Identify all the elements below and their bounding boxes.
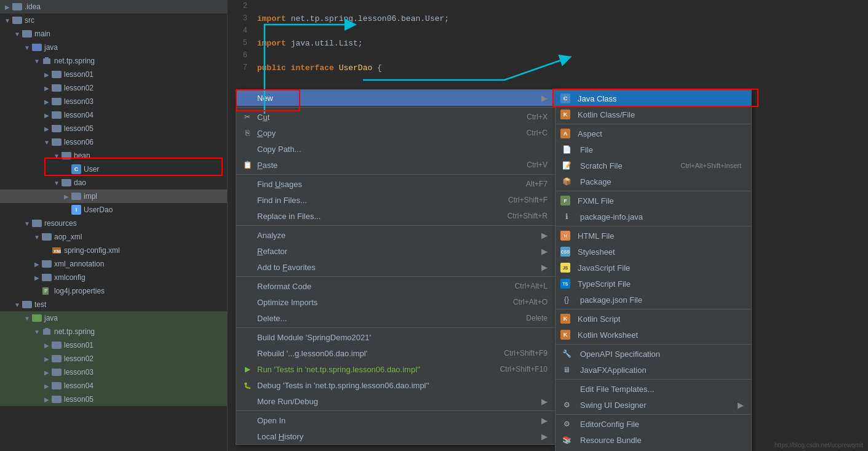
sidebar-item-main[interactable]: ▼ main: [0, 27, 227, 41]
sidebar-item-lesson05[interactable]: ▶ lesson05: [0, 122, 227, 135]
context-menu-new[interactable]: New ▶ C Java Class K Kotlin Class/File A…: [236, 90, 555, 106]
sidebar-item-impl[interactable]: ▶ impl: [0, 190, 227, 203]
shortcut: Delete: [526, 314, 547, 322]
sidebar-item-test[interactable]: ▼ test: [0, 298, 227, 311]
item-label: java: [44, 314, 58, 322]
sidebar-item-dao[interactable]: ▼ dao: [0, 176, 227, 190]
context-menu-analyze[interactable]: Analyze ▶: [236, 227, 555, 243]
context-menu-optimize[interactable]: Optimize Imports Ctrl+Alt+O: [236, 294, 555, 310]
js-icon: JS: [560, 263, 570, 273]
context-menu-more-run[interactable]: More Run/Debug ▶: [236, 393, 555, 409]
sidebar-item-test-lesson04[interactable]: ▶ lesson04: [0, 379, 227, 393]
sidebar-item-java[interactable]: ▼ java: [0, 41, 227, 54]
submenu-sep-7: [555, 414, 751, 415]
sidebar-item-spring-config[interactable]: ▶ XML spring-config.xml: [0, 244, 227, 257]
submenu-scratch[interactable]: 📝 Scratch File Ctrl+Alt+Shift+Insert: [555, 158, 751, 174]
folder-icon: [22, 30, 32, 38]
folder-icon-blue: [32, 44, 42, 51]
sidebar-item-test-lesson01[interactable]: ▶ lesson01: [0, 338, 227, 352]
file-icon: 📄: [560, 145, 573, 154]
submenu-package-json[interactable]: {} package.json File: [555, 292, 751, 308]
line-number: 3: [228, 14, 252, 23]
context-menu-favorites[interactable]: Add to Favorites ▶: [236, 259, 555, 275]
shortcut: Ctrl+V: [527, 161, 547, 169]
sidebar-item-lesson04[interactable]: ▶ lesson04: [0, 108, 227, 122]
code-line-3: 3 import net.tp.spring.lesson06.bean.Use…: [228, 12, 868, 25]
sidebar-item-bean[interactable]: ▼ bean: [0, 149, 227, 162]
line-number: 2: [228, 2, 252, 10]
menu-item-label: Rebuild '...g.lesson06.dao.impl': [257, 349, 492, 358]
sidebar-item-package[interactable]: ▼ net.tp.spring: [0, 54, 227, 68]
context-menu-reformat[interactable]: Reformat Code Ctrl+Alt+L: [236, 278, 555, 294]
submenu-edit-templates[interactable]: Edit File Templates...: [555, 381, 751, 397]
submenu-package[interactable]: 📦 Package: [555, 174, 751, 190]
submenu-file[interactable]: 📄 File: [555, 142, 751, 158]
svg-rect-5: [44, 289, 47, 290]
submenu-kotlin-class[interactable]: K Kotlin Class/File: [555, 106, 751, 122]
sidebar-item-test-package[interactable]: ▼ net.tp.spring: [0, 325, 227, 338]
collapse-arrow: ▼: [22, 315, 32, 322]
submenu-item-label: Java Class: [578, 94, 617, 103]
submenu-arrow: ▶: [738, 401, 744, 410]
sidebar-item-user[interactable]: ▶ C User: [0, 162, 227, 176]
package-icon: [42, 56, 52, 66]
sidebar-item-log4j[interactable]: ▶ log4j.properties: [0, 284, 227, 298]
submenu-javafx[interactable]: 🖥 JavaFXApplication: [555, 362, 751, 378]
sidebar-item-lesson01[interactable]: ▶ lesson01: [0, 68, 227, 81]
menu-item-label: More Run/Debug: [257, 397, 536, 406]
submenu-stylesheet[interactable]: CSS Stylesheet: [555, 244, 751, 260]
sidebar-item-lesson06[interactable]: ▼ lesson06: [0, 135, 227, 149]
submenu-aspect[interactable]: A Aspect: [555, 126, 751, 142]
context-menu-local-history[interactable]: Local History ▶: [236, 428, 555, 444]
context-menu-copy-path[interactable]: Copy Path...: [236, 141, 555, 157]
submenu-kotlin-worksheet[interactable]: K Kotlin Worksheet: [555, 327, 751, 343]
submenu-swing[interactable]: ⚙ Swing UI Designer ▶: [555, 397, 751, 413]
context-menu-cut[interactable]: ✂ Cut Ctrl+X: [236, 109, 555, 125]
context-menu-delete[interactable]: Delete... Delete: [236, 310, 555, 326]
context-menu-find-files[interactable]: Find in Files... Ctrl+Shift+F: [236, 192, 555, 208]
context-menu-rebuild[interactable]: Rebuild '...g.lesson06.dao.impl' Ctrl+Sh…: [236, 345, 555, 361]
submenu-java-class[interactable]: C Java Class: [555, 90, 751, 106]
submenu-html[interactable]: H HTML File: [555, 228, 751, 244]
context-menu-copy[interactable]: ⎘ Copy Ctrl+C: [236, 125, 555, 141]
submenu-item-label: Kotlin Worksheet: [578, 330, 638, 340]
context-menu-find-usages[interactable]: Find Usages Alt+F7: [236, 176, 555, 192]
context-menu-replace[interactable]: Replace in Files... Ctrl+Shift+R: [236, 208, 555, 224]
submenu-item-label: Edit File Templates...: [580, 385, 654, 394]
submenu-editorconfig[interactable]: ⚙ EditorConfig File: [555, 416, 751, 432]
sidebar-item-lesson02[interactable]: ▶ lesson02: [0, 81, 227, 95]
sidebar-item-xmlconfig[interactable]: ▶ xmlconfig: [0, 271, 227, 284]
submenu-package-info[interactable]: ℹ package-info.java: [555, 209, 751, 225]
submenu-fxml[interactable]: F FXML File: [555, 193, 751, 209]
sidebar-item-src[interactable]: ▼ src: [0, 14, 227, 27]
context-menu-open-in[interactable]: Open In ▶: [236, 412, 555, 428]
sidebar-item-xml-annotation[interactable]: ▶ xml_annotation: [0, 257, 227, 271]
sidebar-item-test-lesson05[interactable]: ▶ lesson05: [0, 393, 227, 406]
sidebar-item-aop-xml[interactable]: ▼ aop_xml: [0, 230, 227, 244]
sidebar-item-test-java[interactable]: ▼ java: [0, 311, 227, 325]
code-line-4: 4: [228, 25, 868, 37]
submenu-sep-6: [555, 379, 751, 380]
item-label: bean: [74, 151, 90, 160]
menu-item-label: Build Module 'SpringDemo2021': [257, 333, 535, 342]
context-menu-debug-tests[interactable]: 🐛 Debug 'Tests in 'net.tp.spring.lesson0…: [236, 377, 555, 393]
submenu-resource-bundle[interactable]: 📚 Resource Bundle: [555, 432, 751, 448]
sidebar-item-test-lesson02[interactable]: ▶ lesson02: [0, 352, 227, 365]
context-menu-run-tests[interactable]: ▶ Run 'Tests in 'net.tp.spring.lesson06.…: [236, 361, 555, 377]
submenu-kotlin-script[interactable]: K Kotlin Script: [555, 311, 751, 327]
sidebar-item-userdao[interactable]: ▶ I UserDao: [0, 203, 227, 217]
menu-item-label: Debug 'Tests in 'net.tp.spring.lesson06.…: [257, 381, 535, 390]
submenu-openapi[interactable]: 🔧 OpenAPI Specification: [555, 346, 751, 362]
package-icon: [42, 327, 52, 337]
submenu-js[interactable]: JS JavaScript File: [555, 260, 751, 276]
sidebar-item-resources[interactable]: ▼ resources: [0, 217, 227, 230]
context-menu-paste[interactable]: 📋 Paste Ctrl+V: [236, 157, 555, 173]
sidebar-item-test-lesson03[interactable]: ▶ lesson03: [0, 365, 227, 379]
collapse-arrow: ▶: [42, 98, 52, 105]
sidebar-item-lesson03[interactable]: ▶ lesson03: [0, 95, 227, 108]
sidebar-item-idea[interactable]: ▶ .idea: [0, 0, 227, 14]
submenu-ts[interactable]: TS TypeScript File: [555, 276, 751, 292]
submenu-xml-config[interactable]: XML XML Configuration File ▶: [555, 448, 751, 451]
context-menu-refactor[interactable]: Refactor ▶: [236, 243, 555, 259]
context-menu-build[interactable]: Build Module 'SpringDemo2021': [236, 329, 555, 345]
